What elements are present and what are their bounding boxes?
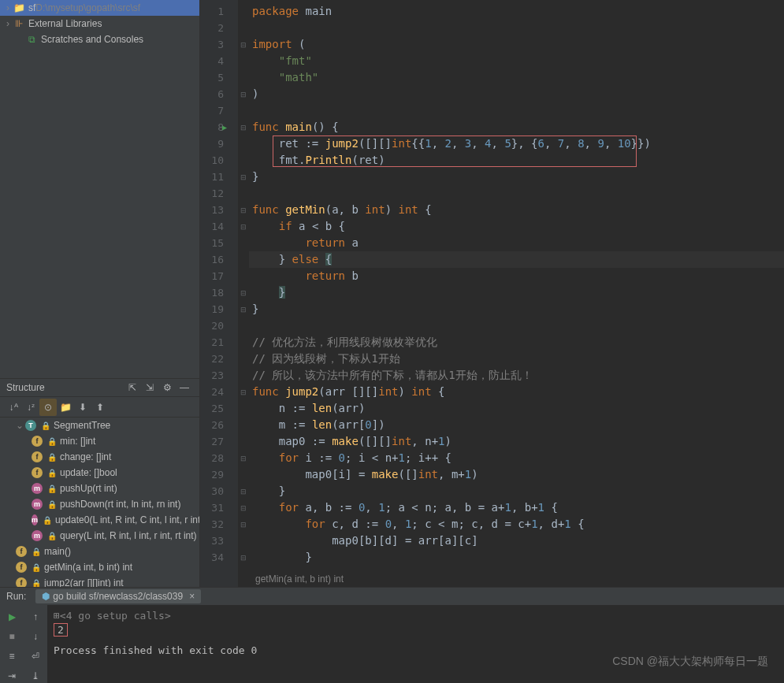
line-number[interactable]: 3 xyxy=(200,36,238,53)
code-line[interactable]: for i := 0; i < n+1; i++ { xyxy=(249,450,784,466)
code-line[interactable]: "fmt" xyxy=(249,53,784,69)
code-line[interactable]: // 优化方法，利用线段树做枚举优化 xyxy=(249,334,784,351)
line-number[interactable]: 29 xyxy=(200,466,238,483)
line-number[interactable]: 21 xyxy=(200,334,238,351)
code-line[interactable]: "math" xyxy=(249,69,784,86)
line-number[interactable]: 14 xyxy=(200,218,238,235)
line-number[interactable]: 31 xyxy=(200,499,238,516)
line-number[interactable]: 15 xyxy=(200,235,238,251)
rerun-button[interactable]: ▶ xyxy=(3,608,20,625)
code-line[interactable]: package main xyxy=(249,3,784,20)
struct-item[interactable]: m 🔒 pushUp(rt int) xyxy=(0,481,199,496)
line-number[interactable]: 5 xyxy=(200,69,238,86)
struct-item[interactable]: ⌄ T 🔒 SegmentTree xyxy=(0,418,199,433)
code-line[interactable]: n := len(arr) xyxy=(249,400,784,417)
line-number[interactable]: 26 xyxy=(200,417,238,433)
fold-icon[interactable]: ⊟ xyxy=(238,119,249,135)
fold-icon[interactable]: ⊟ xyxy=(238,202,249,218)
down-button[interactable]: ↓ xyxy=(27,628,44,644)
code-area[interactable]: package mainimport ( "fmt" "math")func m… xyxy=(249,0,784,587)
layout-button[interactable]: ≡ xyxy=(3,648,20,664)
fold-icon[interactable]: ⊟ xyxy=(238,384,249,400)
stop-button[interactable]: ■ xyxy=(3,628,20,644)
line-number[interactable]: 13 xyxy=(200,202,238,218)
fold-icon[interactable]: ⊟ xyxy=(238,284,249,301)
code-line[interactable]: return b xyxy=(249,268,784,284)
code-line[interactable]: return a xyxy=(249,235,784,251)
sort-az-icon[interactable]: ↓ᴬ xyxy=(5,399,22,416)
line-number[interactable]: 20 xyxy=(200,317,238,334)
code-line[interactable]: fmt.Println(ret) xyxy=(249,152,784,169)
code-line[interactable]: func jump2(arr [][]int) int { xyxy=(249,384,784,400)
line-number[interactable]: 16 xyxy=(200,251,238,268)
struct-item[interactable]: f 🔒 getMin(a int, b int) int xyxy=(0,559,199,575)
code-line[interactable]: for a, b := 0, 1; a < n; a, b = a+1, b+1… xyxy=(249,499,784,516)
fold-icon[interactable]: ⊟ xyxy=(238,218,249,235)
output-fold-icon[interactable]: ⊞ xyxy=(54,610,60,622)
struct-item[interactable]: f 🔒 update: []bool xyxy=(0,465,199,481)
expand-all-icon[interactable]: ⇱ xyxy=(124,379,141,396)
code-line[interactable]: import ( xyxy=(249,36,784,53)
line-number[interactable]: 28 xyxy=(200,450,238,466)
scroll-to-icon[interactable]: ⬇ xyxy=(74,399,91,416)
struct-item[interactable]: m 🔒 pushDown(rt int, ln int, rn int) xyxy=(0,496,199,512)
code-line[interactable]: for c, d := 0, 1; c < m; c, d = c+1, d+1… xyxy=(249,516,784,533)
project-tree[interactable]: › 📁 sf D:\mysetup\gopath\src\sf› ⊪ Exter… xyxy=(0,0,199,378)
breadcrumb[interactable]: getMin(a int, b int) int xyxy=(249,571,784,587)
code-line[interactable]: } else { xyxy=(249,251,784,268)
code-line[interactable]: } xyxy=(249,301,784,317)
fold-icon[interactable]: ⊟ xyxy=(238,301,249,317)
line-number[interactable]: 24 xyxy=(200,384,238,400)
struct-item[interactable]: m 🔒 update0(L int, R int, C int, l int, … xyxy=(0,512,199,528)
code-line[interactable]: ret := jump2([][]int{{1, 2, 3, 4, 5}, {6… xyxy=(249,135,784,152)
fold-icon[interactable]: ⊟ xyxy=(238,499,249,516)
sort-za-icon[interactable]: ↓ᶻ xyxy=(22,399,39,416)
line-number[interactable]: 7 xyxy=(200,102,238,119)
fold-icon[interactable]: ⊟ xyxy=(238,36,249,53)
fold-icon[interactable]: ⊟ xyxy=(238,86,249,102)
fold-icon[interactable]: ⊟ xyxy=(238,169,249,185)
code-line[interactable]: ) xyxy=(249,86,784,102)
line-number[interactable]: 32 xyxy=(200,516,238,533)
code-line[interactable]: map0 := make([][]int, n+1) xyxy=(249,433,784,450)
line-number[interactable]: 23 xyxy=(200,367,238,384)
code-line[interactable]: m := len(arr[0]) xyxy=(249,417,784,433)
folder-icon[interactable]: 📁 xyxy=(57,399,74,416)
line-number[interactable]: 10 xyxy=(200,152,238,169)
code-line[interactable]: // 所以，该方法中所有的下标，请都从1开始，防止乱！ xyxy=(249,367,784,384)
line-number[interactable]: 30 xyxy=(200,483,238,499)
line-number[interactable]: 19 xyxy=(200,301,238,317)
struct-item[interactable]: f 🔒 min: []int xyxy=(0,433,199,449)
code-line[interactable]: } xyxy=(249,549,784,566)
code-line[interactable]: // 因为线段树，下标从1开始 xyxy=(249,351,784,367)
line-number[interactable]: 34 xyxy=(200,549,238,566)
code-line[interactable]: func getMin(a, b int) int { xyxy=(249,202,784,218)
struct-item[interactable]: m 🔒 query(L int, R int, l int, r int, rt… xyxy=(0,528,199,544)
code-line[interactable] xyxy=(249,317,784,334)
structure-list[interactable]: ⌄ T 🔒 SegmentTree f 🔒 min: []int f 🔒 cha… xyxy=(0,418,199,587)
gear-icon[interactable]: ⚙ xyxy=(158,379,176,396)
tree-item[interactable]: › ⊪ External Libraries xyxy=(0,16,199,32)
fold-icon[interactable]: ⊟ xyxy=(238,516,249,533)
code-line[interactable]: } xyxy=(249,483,784,499)
line-number[interactable]: 25 xyxy=(200,400,238,417)
scroll-from-icon[interactable]: ⬆ xyxy=(91,399,109,416)
code-line[interactable] xyxy=(249,185,784,202)
fold-icon[interactable]: ⊟ xyxy=(238,450,249,466)
line-number[interactable]: 27 xyxy=(200,433,238,450)
fold-icon[interactable]: ⊟ xyxy=(238,483,249,499)
line-number[interactable]: 1 xyxy=(200,3,238,20)
scroll-button[interactable]: ⤓ xyxy=(27,667,44,683)
line-number[interactable]: 2 xyxy=(200,20,238,36)
line-number[interactable]: 11 xyxy=(200,169,238,185)
code-line[interactable] xyxy=(249,102,784,119)
collapse-all-icon[interactable]: ⇲ xyxy=(141,379,158,396)
code-line[interactable]: if a < b { xyxy=(249,218,784,235)
fold-column[interactable]: ⊟⊟⊟⊟⊟⊟⊟⊟⊟⊟⊟⊟⊟⊟ xyxy=(238,0,249,587)
code-line[interactable]: func main() { xyxy=(249,119,784,135)
tree-item[interactable]: ⧉ Scratches and Consoles xyxy=(0,32,199,47)
code-line[interactable]: map0[i] = make([]int, m+1) xyxy=(249,466,784,483)
line-number[interactable]: 4 xyxy=(200,53,238,69)
code-line[interactable]: map0[b][d] = arr[a][c] xyxy=(249,533,784,549)
wrap-button[interactable]: ⏎ xyxy=(27,648,44,664)
